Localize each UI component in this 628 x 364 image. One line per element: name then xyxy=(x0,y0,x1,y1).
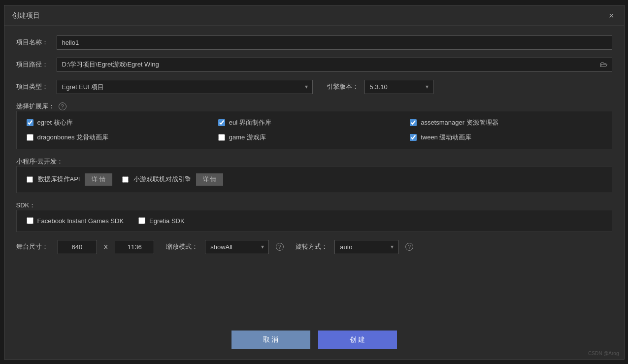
sdk-label-text: SDK： xyxy=(16,201,36,210)
ext-tween-checkbox[interactable] xyxy=(410,134,417,141)
dialog-titlebar: 创建项目 × xyxy=(4,5,624,26)
project-path-input[interactable] xyxy=(57,58,596,71)
create-button[interactable]: 创 建 xyxy=(318,331,397,349)
dialog-title: 创建项目 xyxy=(12,11,40,20)
miniapp-game-engine: 小游戏联机对战引擎 详 情 xyxy=(122,173,223,186)
miniapp-box: 数据库操作API 详 情 小游戏联机对战引擎 详 情 xyxy=(16,166,612,193)
sdk-egretia-checkbox[interactable] xyxy=(138,217,145,224)
rotate-mode-label: 旋转方式： xyxy=(296,242,328,251)
stage-height-input[interactable] xyxy=(115,240,154,254)
project-name-input[interactable] xyxy=(57,35,612,50)
project-name-label: 项目名称： xyxy=(16,38,51,47)
rotate-mode-help-icon[interactable]: ? xyxy=(405,243,413,251)
ext-dragonbones-checkbox[interactable] xyxy=(27,134,33,141)
sdk-egretia-label: Egretia SDK xyxy=(149,217,185,225)
extensions-label-text: 选择扩展库： xyxy=(16,102,55,111)
ext-egret-core: egret 核心库 xyxy=(27,118,218,127)
miniapp-section-label: 小程序-云开发： xyxy=(16,157,612,166)
extensions-box: egret 核心库 eui 界面制作库 assetsmanager 资源管理器 … xyxy=(16,111,612,149)
cancel-button[interactable]: 取 消 xyxy=(231,331,310,349)
ext-egret-core-checkbox[interactable] xyxy=(27,119,33,126)
miniapp-game-engine-checkbox[interactable] xyxy=(122,176,129,183)
sdk-box: Facebook Instant Games SDK Egretia SDK xyxy=(16,210,612,232)
ext-tween: tween 缓动动画库 xyxy=(410,133,601,142)
miniapp-game-engine-detail-button[interactable]: 详 情 xyxy=(196,173,223,186)
project-type-select[interactable]: Egret EUI 项目 Egret 游戏项目 Egret 空白项目 xyxy=(57,80,313,94)
dialog-body: 项目名称： 项目路径： 🗁 项目类型： Egret EUI 项目 Egret 游… xyxy=(4,26,624,323)
rotate-mode-select-wrapper: auto portrait landscape ▾ xyxy=(334,240,398,254)
watermark: CSDN @Arog xyxy=(588,351,619,356)
path-input-wrapper: 🗁 xyxy=(57,58,612,72)
scale-mode-select-wrapper: showAll fixedWidth fixedHeight noBorder … xyxy=(205,240,269,254)
ext-dragonbones: dragonbones 龙骨动画库 xyxy=(27,133,218,142)
rotate-mode-select[interactable]: auto portrait landscape xyxy=(334,240,398,254)
project-path-row: 项目路径： 🗁 xyxy=(16,58,612,72)
miniapp-section: 小程序-云开发： 数据库操作API 详 情 小游戏联机对战引擎 详 情 xyxy=(16,157,612,193)
ext-egret-core-label: egret 核心库 xyxy=(37,118,73,127)
project-name-row: 项目名称： xyxy=(16,35,612,50)
project-type-select-wrapper: Egret EUI 项目 Egret 游戏项目 Egret 空白项目 ▾ xyxy=(57,80,313,94)
miniapp-label-text: 小程序-云开发： xyxy=(16,157,63,166)
ext-dragonbones-label: dragonbones 龙骨动画库 xyxy=(37,133,109,142)
engine-version-select-wrapper: 5.3.10 5.3.9 5.3.8 ▾ xyxy=(364,80,433,94)
ext-tween-label: tween 缓动动画库 xyxy=(421,133,471,142)
stage-width-input[interactable] xyxy=(58,240,97,254)
sdk-facebook-checkbox[interactable] xyxy=(27,217,33,224)
ext-game-label: game 游戏库 xyxy=(229,133,266,142)
extensions-section: 选择扩展库： ? egret 核心库 eui 界面制作库 assetsmanag… xyxy=(16,102,612,149)
project-path-label: 项目路径： xyxy=(16,60,51,69)
sdk-facebook: Facebook Instant Games SDK xyxy=(27,217,124,225)
ext-game-checkbox[interactable] xyxy=(218,134,225,141)
create-project-dialog: 创建项目 × 项目名称： 项目路径： 🗁 项目类型： Egret EUI 项目 … xyxy=(4,5,625,360)
miniapp-db-api-label: 数据库操作API xyxy=(38,175,80,184)
stage-row: 舞台尺寸： X 缩放模式： showAll fixedWidth fixedHe… xyxy=(16,240,612,254)
sdk-section: SDK： Facebook Instant Games SDK Egretia … xyxy=(16,201,612,232)
engine-version-select[interactable]: 5.3.10 5.3.9 5.3.8 xyxy=(364,80,433,94)
sdk-facebook-label: Facebook Instant Games SDK xyxy=(37,217,124,225)
miniapp-db-api: 数据库操作API 详 情 xyxy=(27,173,112,186)
ext-eui-label: eui 界面制作库 xyxy=(229,118,271,127)
ext-game: game 游戏库 xyxy=(218,133,410,142)
ext-eui-checkbox[interactable] xyxy=(218,119,225,126)
ext-assetsmanager-checkbox[interactable] xyxy=(410,119,417,126)
miniapp-db-api-checkbox[interactable] xyxy=(27,176,33,183)
close-button[interactable]: × xyxy=(607,11,616,20)
extensions-section-label: 选择扩展库： ? xyxy=(16,102,612,111)
x-separator-label: X xyxy=(104,243,108,251)
sdk-section-label: SDK： xyxy=(16,201,612,210)
ext-assetsmanager-label: assetsmanager 资源管理器 xyxy=(421,118,498,127)
stage-size-label: 舞台尺寸： xyxy=(16,242,51,251)
miniapp-db-api-detail-button[interactable]: 详 情 xyxy=(85,173,112,186)
ext-eui: eui 界面制作库 xyxy=(218,118,410,127)
ext-assetsmanager: assetsmanager 资源管理器 xyxy=(410,118,601,127)
scale-mode-select[interactable]: showAll fixedWidth fixedHeight noBorder … xyxy=(205,240,269,254)
scale-mode-label: 缩放模式： xyxy=(166,242,198,251)
scale-mode-help-icon[interactable]: ? xyxy=(276,243,284,251)
project-type-label: 项目类型： xyxy=(16,82,51,91)
browse-folder-button[interactable]: 🗁 xyxy=(596,58,612,71)
extensions-help-icon[interactable]: ? xyxy=(59,102,66,110)
miniapp-game-engine-label: 小游戏联机对战引擎 xyxy=(133,175,191,184)
engine-version-label: 引擎版本： xyxy=(327,82,359,91)
dialog-footer: 取 消 创 建 xyxy=(4,323,624,359)
sdk-egretia: Egretia SDK xyxy=(138,217,185,225)
project-type-row: 项目类型： Egret EUI 项目 Egret 游戏项目 Egret 空白项目… xyxy=(16,80,612,94)
